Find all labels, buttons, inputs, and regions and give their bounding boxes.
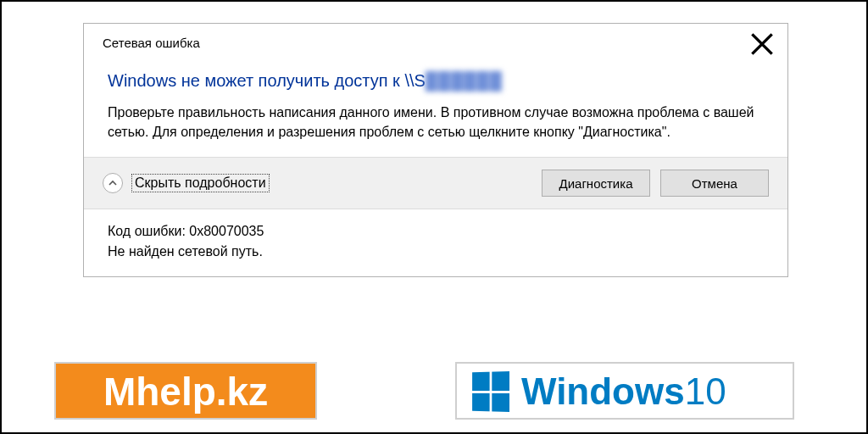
windows10-badge: Windows10 [455,362,794,420]
error-description: Не найден сетевой путь. [108,242,764,261]
headline-blurred-path: ██████ [426,71,503,91]
canvas: Сетевая ошибка Windows не может получить… [0,0,868,434]
chevron-up-icon [108,178,118,188]
dialog-titlebar: Сетевая ошибка [84,24,787,56]
mhelp-badge: Mhelp.kz [54,362,317,420]
windows-version: 10 [685,370,726,412]
windows10-text: Windows10 [521,373,726,410]
cancel-button[interactable]: Отмена [660,170,769,197]
toggle-details-label[interactable]: Скрыть подробности [131,174,270,192]
windows-logo-icon [472,371,509,412]
mhelp-text: Mhelp.kz [103,372,268,411]
close-icon[interactable] [750,32,774,53]
error-body-text: Проверьте правильность написания данного… [84,97,787,157]
error-code: Код ошибки: 0x80070035 [108,221,764,241]
headline-text: Windows не может получить доступ к \\S [108,71,426,90]
network-error-dialog: Сетевая ошибка Windows не может получить… [83,23,788,277]
windows-word: Windows [521,370,685,412]
collapse-details-button[interactable] [103,173,123,193]
dialog-title: Сетевая ошибка [103,36,200,50]
diagnose-button[interactable]: Диагностика [542,170,650,197]
error-details: Код ошибки: 0x80070035 Не найден сетевой… [84,209,787,275]
control-row: Скрыть подробности Диагностика Отмена [84,158,787,209]
error-headline: Windows не может получить доступ к \\S██… [84,56,787,97]
